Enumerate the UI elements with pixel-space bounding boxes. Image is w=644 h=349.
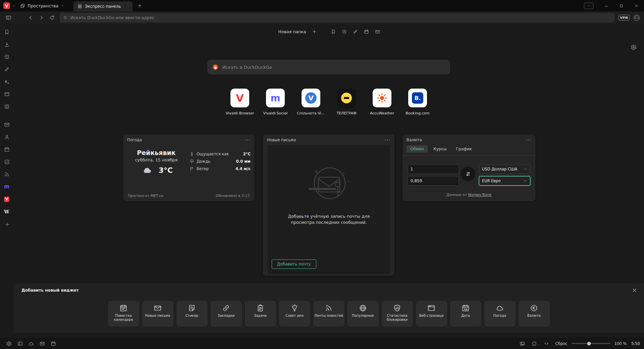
address-input[interactable] (70, 15, 611, 20)
address-toolbar: VPN (0, 11, 644, 24)
rss-icon (4, 171, 10, 177)
tile-webpage[interactable]: Веб-страница (416, 301, 447, 327)
tile-popular[interactable]: Популярные (347, 301, 379, 327)
currency-widget-menu-icon[interactable] (525, 137, 531, 143)
add-mail-button[interactable]: Добавить почту (272, 259, 316, 269)
closed-tabs-button[interactable] (584, 3, 593, 9)
sidebar-calendar[interactable] (0, 143, 13, 156)
vivaldi-menu-caret-icon[interactable] (12, 4, 16, 8)
tile-calendar-agenda[interactable]: Повестка календаря (108, 301, 139, 327)
tile-bookmarks[interactable]: Закладки (211, 301, 242, 327)
sidebar-window[interactable] (0, 88, 13, 100)
tile-tip-of-day[interactable]: Совет дня (279, 301, 310, 327)
weather-widget-menu-icon[interactable] (245, 137, 251, 143)
tiling-button[interactable] (529, 339, 539, 348)
webpanel-vivaldi[interactable]: V (0, 193, 13, 205)
status-settings[interactable] (4, 339, 14, 348)
sidebar-mail[interactable] (0, 118, 13, 131)
person-icon (4, 134, 10, 140)
currency-from-select[interactable]: USD Доллар США (479, 164, 530, 174)
minimize-button[interactable] (599, 0, 614, 11)
tile-weather[interactable]: Погода (484, 301, 516, 327)
zoom-slider[interactable] (572, 343, 610, 344)
tile-new-mail[interactable]: Новые письма (142, 301, 173, 327)
status-panel-toggle[interactable] (15, 339, 25, 348)
speed-dial-item[interactable]: V Vivaldi Browser (226, 89, 254, 115)
sidebar-bookmarks[interactable] (0, 26, 13, 38)
search-icon (63, 15, 68, 20)
plus-icon (312, 29, 317, 34)
tile-tasks[interactable]: Задачи (245, 301, 276, 327)
square-icon (532, 341, 537, 346)
weather-temperature: 3°C (159, 166, 173, 174)
vivaldi-menu-icon[interactable]: V (3, 2, 10, 9)
tile-currency[interactable]: € Валюта (519, 301, 550, 327)
toggle-notes[interactable] (350, 27, 360, 36)
forward-button[interactable] (36, 13, 46, 22)
status-weather[interactable] (26, 339, 36, 348)
currency-tab[interactable]: График (452, 145, 476, 153)
brand-booking-icon: B. (408, 89, 427, 107)
add-dial-button[interactable] (309, 27, 319, 36)
zoom-reset-button[interactable]: Сброс (555, 341, 568, 346)
status-calendar[interactable] (48, 339, 58, 348)
webpanel-wikipedia[interactable]: W (0, 205, 13, 218)
toggle-bookmarks[interactable] (328, 27, 338, 36)
capture-page-button[interactable] (517, 339, 527, 348)
speed-dial-item[interactable]: m Vivaldi Social (261, 89, 289, 115)
currency-amount-to-input[interactable] (408, 176, 459, 186)
spaces-button[interactable]: Пространства (17, 2, 67, 10)
startpage-search-field[interactable]: Искать в DuckDuckGo (207, 60, 450, 74)
tab-speed-dial[interactable]: Экспресс-панель (73, 1, 132, 11)
sidebar-history[interactable] (0, 51, 13, 63)
tile-sticker[interactable]: Стикер (176, 301, 208, 327)
close-icon[interactable] (632, 288, 637, 293)
sidebar-translate[interactable]: A (0, 76, 13, 88)
page-actions-button[interactable] (541, 339, 551, 348)
currency-source-link[interactable]: Norges Bank (468, 193, 492, 197)
vpn-badge[interactable]: VPN (619, 15, 630, 20)
tile-date[interactable]: 16 Дата (450, 301, 481, 327)
toggle-mail[interactable] (372, 27, 382, 36)
maximize-button[interactable] (614, 0, 629, 11)
sidebar-feeds[interactable] (0, 168, 13, 181)
webpanel-mastodon[interactable]: m (0, 181, 13, 193)
maximize-icon (619, 4, 624, 8)
toggle-calendar[interactable] (361, 27, 371, 36)
speed-dial-item[interactable]: ТЕЛЕГРАФ (332, 89, 361, 115)
profile-avatar[interactable] (633, 14, 641, 22)
panel-toggle-button[interactable] (3, 13, 13, 22)
sidebar-reading-list[interactable] (0, 100, 13, 113)
sidebar-downloads[interactable] (0, 38, 13, 51)
speed-dial-item[interactable]: AccuWeather (368, 89, 396, 115)
start-page-settings-gear-icon[interactable] (631, 44, 637, 50)
tile-news-feeds[interactable]: Ленты новостей (313, 301, 344, 327)
new-tab-button[interactable] (135, 1, 145, 10)
clock-icon (342, 29, 347, 34)
sidebar-notes[interactable] (0, 63, 13, 76)
back-button[interactable] (25, 13, 36, 22)
sidebar-contacts[interactable] (0, 131, 13, 143)
titlebar: V Пространства Экспресс-панель (0, 0, 644, 11)
currency-tab[interactable]: Курсы (430, 145, 450, 153)
zoom-level: 100 % (614, 341, 627, 346)
pencil-icon (4, 66, 10, 72)
mail-widget-menu-icon[interactable] (384, 137, 390, 143)
speed-dial-item[interactable]: B. Booking.com (404, 89, 432, 115)
mail-widget: Новые письма Добавьте учётную запись поч… (263, 134, 394, 276)
tile-blocking-stats[interactable]: Статистика блокировки (382, 301, 413, 327)
address-bar[interactable] (60, 13, 614, 22)
currency-to-select[interactable]: EUR Евро (479, 176, 530, 186)
new-folder-button[interactable]: Новая папка (275, 28, 310, 36)
add-webpanel-button[interactable] (0, 218, 13, 230)
status-mail[interactable] (37, 339, 47, 348)
currency-amount-from-input[interactable] (408, 164, 459, 174)
toggle-history[interactable] (339, 27, 349, 36)
zoom-slider-thumb[interactable] (587, 342, 591, 345)
sidebar-tasks[interactable] (0, 156, 13, 168)
close-button[interactable] (629, 0, 644, 11)
currency-swap-button[interactable] (461, 166, 475, 181)
reload-button[interactable] (47, 13, 57, 22)
speed-dial-item[interactable]: V Спільнота Vi… (297, 89, 325, 115)
currency-tab[interactable]: Обмен (407, 145, 428, 153)
